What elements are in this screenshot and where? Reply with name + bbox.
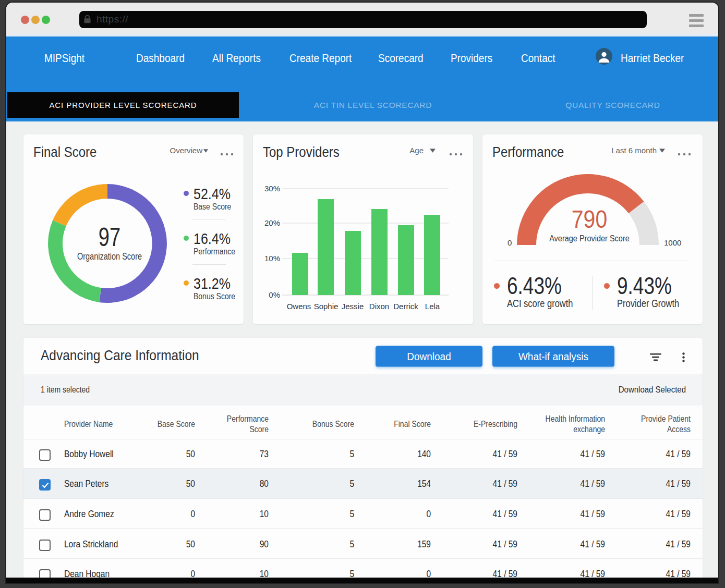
svg-text:0%: 0% (269, 290, 280, 299)
svg-text:Jessie: Jessie (342, 302, 364, 311)
svg-text:Owens: Owens (287, 302, 311, 311)
svg-text:Dixon: Dixon (369, 302, 389, 311)
svg-text:30%: 30% (264, 184, 280, 193)
svg-text:10%: 10% (264, 254, 280, 263)
svg-text:Lela: Lela (425, 302, 440, 311)
svg-text:20%: 20% (264, 218, 280, 227)
svg-text:Derrick: Derrick (393, 302, 418, 311)
svg-text:Sophie: Sophie (314, 302, 339, 311)
